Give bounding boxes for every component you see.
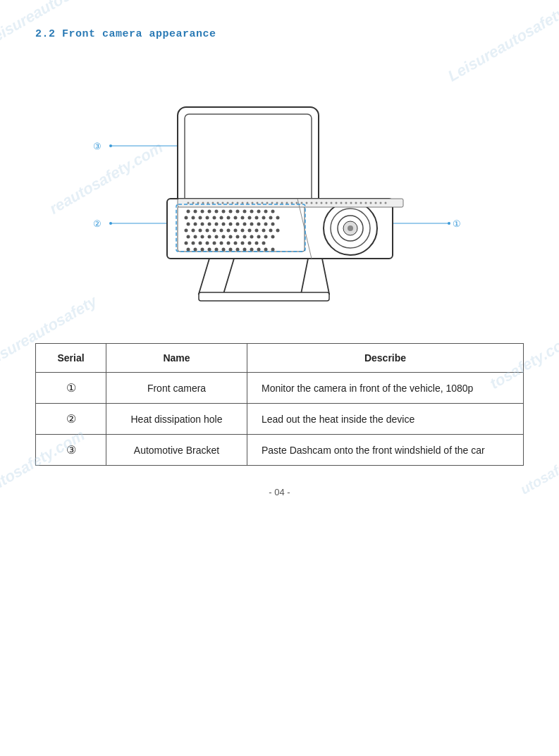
svg-point-135 — [305, 202, 307, 204]
svg-rect-110 — [178, 199, 403, 207]
describe-cell: Monitor the camera in front of the vehic… — [247, 373, 524, 404]
svg-point-113 — [197, 202, 199, 204]
svg-point-138 — [320, 202, 322, 204]
table-header-name: Name — [106, 344, 247, 373]
svg-point-133 — [295, 202, 297, 204]
svg-point-28 — [198, 216, 202, 220]
svg-point-143 — [345, 202, 347, 204]
svg-point-38 — [269, 216, 272, 220]
svg-point-60 — [233, 229, 237, 233]
svg-point-141 — [335, 202, 337, 204]
svg-rect-10 — [185, 114, 312, 206]
svg-point-76 — [250, 235, 253, 239]
svg-point-146 — [360, 202, 362, 204]
svg-point-118 — [221, 202, 223, 204]
svg-point-13 — [186, 210, 190, 213]
name-cell: Front camera — [106, 373, 247, 404]
svg-point-50 — [257, 223, 260, 226]
svg-point-104 — [271, 248, 274, 252]
diagram-svg-container: ③ ② ① — [47, 61, 512, 315]
svg-point-16 — [207, 210, 211, 213]
svg-point-114 — [202, 202, 204, 204]
svg-point-7 — [448, 222, 450, 225]
svg-point-144 — [350, 202, 352, 204]
svg-rect-152 — [199, 292, 329, 301]
svg-point-57 — [212, 229, 216, 233]
svg-point-92 — [186, 248, 190, 252]
svg-text:②: ② — [93, 218, 102, 229]
svg-point-77 — [257, 235, 260, 239]
svg-point-43 — [207, 223, 211, 226]
svg-point-132 — [290, 202, 293, 204]
svg-point-27 — [191, 216, 195, 220]
svg-point-15 — [200, 210, 204, 213]
svg-point-67 — [186, 235, 190, 239]
svg-point-4 — [109, 222, 112, 225]
svg-point-89 — [247, 242, 251, 245]
svg-point-94 — [200, 248, 204, 252]
svg-point-26 — [184, 216, 188, 220]
data-table: Serial Name Describe ①Front cameraMonito… — [35, 343, 524, 466]
section-title: 2.2 Front camera appearance — [35, 28, 524, 40]
svg-point-86 — [226, 242, 230, 245]
svg-point-41 — [193, 223, 197, 226]
table-row: ③Automotive BracketPaste Dashcam onto th… — [36, 435, 524, 466]
svg-point-14 — [193, 210, 197, 213]
svg-point-45 — [221, 223, 225, 226]
svg-point-21 — [242, 210, 246, 213]
svg-point-81 — [191, 242, 195, 245]
svg-point-127 — [266, 202, 268, 204]
svg-point-101 — [250, 248, 253, 252]
page-number: - 04 - — [35, 487, 524, 497]
svg-point-148 — [369, 202, 371, 204]
svg-point-117 — [216, 202, 219, 204]
svg-point-150 — [379, 202, 381, 204]
diagram-area: ③ ② ① — [35, 54, 524, 322]
svg-point-140 — [330, 202, 332, 204]
describe-cell: Lead out the heat inside the device — [247, 404, 524, 435]
svg-point-32 — [226, 216, 230, 220]
svg-point-91 — [262, 242, 265, 245]
svg-point-136 — [310, 202, 312, 204]
svg-point-119 — [226, 202, 228, 204]
svg-point-51 — [264, 223, 267, 226]
svg-point-111 — [187, 202, 189, 204]
svg-point-68 — [193, 235, 197, 239]
svg-point-39 — [276, 216, 279, 220]
camera-diagram-svg: ③ ② ① — [47, 61, 512, 315]
svg-point-53 — [184, 229, 188, 233]
table-row: ②Heat dissipation holeLead out the heat … — [36, 404, 524, 435]
svg-point-35 — [247, 216, 251, 220]
watermark-6: utosafety — [517, 452, 559, 497]
svg-point-73 — [228, 235, 232, 239]
svg-point-54 — [191, 229, 195, 233]
svg-point-71 — [214, 235, 218, 239]
svg-point-62 — [247, 229, 251, 233]
svg-point-72 — [221, 235, 225, 239]
svg-point-137 — [315, 202, 317, 204]
svg-point-115 — [207, 202, 209, 204]
svg-point-49 — [250, 223, 253, 226]
svg-point-134 — [300, 202, 302, 204]
svg-point-34 — [240, 216, 244, 220]
page: Leisureautosa Leisureautosafety reautosa… — [0, 0, 559, 526]
svg-point-18 — [221, 210, 225, 213]
svg-point-74 — [235, 235, 239, 239]
name-cell: Automotive Bracket — [106, 435, 247, 466]
table-header-serial: Serial — [36, 344, 106, 373]
svg-point-37 — [262, 216, 265, 220]
svg-point-100 — [242, 248, 246, 252]
svg-point-23 — [257, 210, 260, 213]
svg-point-80 — [184, 242, 188, 245]
svg-point-24 — [264, 210, 267, 213]
svg-point-75 — [242, 235, 246, 239]
svg-point-151 — [384, 202, 386, 204]
svg-point-63 — [254, 229, 258, 233]
svg-point-17 — [214, 210, 218, 213]
describe-cell: Paste Dashcam onto the front windshield … — [247, 435, 524, 466]
svg-text:①: ① — [453, 218, 461, 229]
svg-rect-12 — [178, 206, 305, 252]
svg-point-131 — [285, 202, 288, 204]
svg-point-79 — [271, 235, 274, 239]
svg-point-48 — [242, 223, 246, 226]
